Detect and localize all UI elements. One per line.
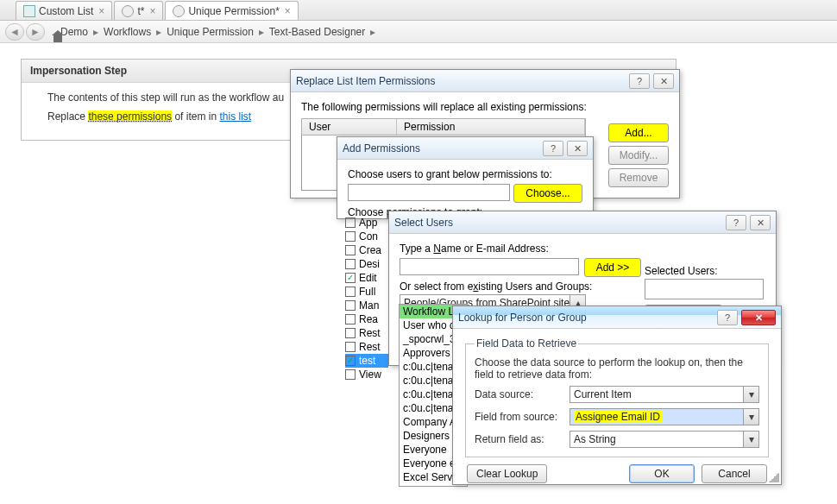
checkbox-icon [345, 328, 356, 338]
resize-grip[interactable] [769, 472, 779, 482]
dialog-titlebar[interactable]: Add Permissions ? ✕ [337, 137, 593, 160]
list-icon [23, 5, 35, 17]
close-icon[interactable]: × [98, 5, 104, 17]
permission-checkbox-row[interactable]: App [345, 216, 388, 230]
text: N [433, 243, 441, 255]
return-field-as-label: Return field as: [475, 433, 570, 445]
permission-checkbox-row[interactable]: View [345, 368, 388, 381]
breadcrumb-seg[interactable]: Workflows [100, 26, 154, 38]
col-user: User [302, 119, 397, 135]
chevron-right-icon: ▸ [91, 26, 100, 38]
nav-forward-button[interactable]: ► [26, 23, 45, 41]
permission-checkbox-row[interactable]: ✓test [345, 354, 388, 368]
permission-label: Con [359, 230, 378, 243]
close-button[interactable]: ✕ [653, 73, 674, 89]
dialog-lead-text: The following permissions will replace a… [301, 101, 669, 113]
permission-label: App [359, 217, 377, 229]
help-button[interactable]: ? [726, 215, 746, 230]
breadcrumb-seg[interactable]: Unique Permission [163, 26, 257, 38]
selected-users-listbox[interactable] [645, 279, 764, 299]
permission-checkbox-row[interactable]: Crea [345, 243, 388, 257]
permission-label: Rest [359, 327, 381, 339]
add-button[interactable]: Add... [608, 123, 669, 142]
help-button[interactable]: ? [543, 141, 563, 156]
clear-lookup-button[interactable]: Clear Lookup [467, 464, 547, 483]
close-button[interactable]: ✕ [567, 141, 588, 156]
dialog-titlebar[interactable]: Select Users ? ✕ [389, 211, 776, 234]
permission-checkbox-row[interactable]: Man [345, 299, 388, 312]
checkbox-icon [345, 287, 356, 297]
chevron-right-icon: ▸ [154, 26, 163, 38]
help-button[interactable]: ? [717, 310, 738, 325]
cancel-button[interactable]: Cancel [702, 464, 767, 483]
permission-checkbox-row[interactable]: Rest [345, 326, 388, 340]
document-tab-t[interactable]: t * × [114, 1, 163, 20]
permissions-table-header: User Permission [301, 118, 586, 135]
checkbox-icon [345, 231, 356, 242]
field-from-source-label: Field from source: [475, 411, 570, 423]
nav-back-button[interactable]: ◄ [5, 23, 24, 41]
permission-label: Rest [359, 341, 381, 353]
dialog-title: Add Permissions [343, 142, 420, 154]
checkbox-icon [345, 342, 356, 352]
chevron-right-icon: ▸ [368, 26, 377, 38]
ok-button[interactable]: OK [629, 464, 695, 483]
add-user-button[interactable]: Add >> [584, 258, 641, 277]
permission-label: Man [359, 299, 379, 312]
permission-label: Full [359, 286, 375, 298]
name-or-email-field[interactable] [400, 258, 579, 275]
col-permission: Permission [397, 119, 585, 135]
gear-icon [122, 5, 134, 17]
tab-dirty-indicator: * [275, 5, 280, 17]
permission-checkbox-row[interactable]: Rest [345, 340, 388, 354]
modify-button[interactable]: Modify... [608, 146, 669, 165]
tab-label: Custom List [39, 5, 93, 17]
help-button[interactable]: ? [629, 73, 650, 89]
close-button[interactable]: ✕ [741, 310, 776, 325]
checkbox-icon: ✓ [345, 356, 356, 366]
text: isting Users and Groups: [478, 280, 592, 293]
document-tabstrip: Custom List × t * × Unique Permission * … [0, 0, 837, 21]
fieldset-description: Choose the data source to perform the lo… [475, 356, 759, 381]
checkbox-icon [345, 300, 356, 311]
permission-checkbox-row[interactable]: ✓Edit [345, 271, 388, 285]
permission-label: Crea [359, 244, 381, 256]
selected-users-label: Selected Users: [645, 265, 764, 277]
permission-checkbox-row[interactable]: Rea [345, 312, 388, 326]
choose-users-label: Choose users to grant below permissions … [348, 168, 582, 180]
data-source-combo[interactable]: Current Item ▾ [570, 386, 759, 403]
close-button[interactable]: ✕ [750, 215, 771, 230]
permission-label: Rea [359, 313, 378, 325]
text: Or select from e [400, 280, 473, 293]
remove-button[interactable]: Remove [608, 168, 669, 187]
choose-button[interactable]: Choose... [513, 184, 582, 203]
document-tab-unique-permission[interactable]: Unique Permission * × [165, 1, 298, 20]
checkbox-icon [345, 217, 356, 228]
chevron-down-icon: ▾ [743, 387, 758, 402]
dialog-title: Lookup for Person or Group [458, 312, 587, 324]
lookup-person-group-dialog: Lookup for Person or Group ? ✕ Field Dat… [452, 306, 782, 485]
add-permissions-dialog: Add Permissions ? ✕ Choose users to gran… [337, 136, 594, 219]
combo-value: Assignee Email ID [574, 411, 662, 423]
permission-checkbox-row[interactable]: Full [345, 285, 388, 299]
dialog-title: Replace List Item Permissions [296, 75, 435, 87]
breadcrumb-seg[interactable]: Text-Based Designer [266, 26, 368, 38]
dialog-titlebar[interactable]: Lookup for Person or Group ? ✕ [453, 306, 781, 329]
users-field[interactable] [348, 184, 510, 201]
data-source-label: Data source: [475, 388, 570, 400]
return-field-as-combo[interactable]: As String ▾ [570, 431, 759, 448]
checkbox-icon [345, 259, 356, 269]
list-link[interactable]: this list [219, 110, 251, 123]
tab-dirty-indicator: * [141, 5, 145, 17]
field-from-source-combo[interactable]: Assignee Email ID ▾ [570, 408, 759, 425]
checkbox-icon [345, 314, 356, 324]
checkbox-icon [345, 245, 356, 255]
permissions-link[interactable]: these permissions [88, 110, 172, 123]
dialog-titlebar[interactable]: Replace List Item Permissions ? ✕ [291, 70, 679, 92]
text: Replace [47, 110, 88, 123]
close-icon[interactable]: × [149, 5, 155, 17]
close-icon[interactable]: × [285, 5, 291, 17]
permission-checkbox-row[interactable]: Con [345, 230, 388, 243]
document-tab-custom-list[interactable]: Custom List × [16, 1, 112, 20]
permission-checkbox-row[interactable]: Desi [345, 257, 388, 271]
